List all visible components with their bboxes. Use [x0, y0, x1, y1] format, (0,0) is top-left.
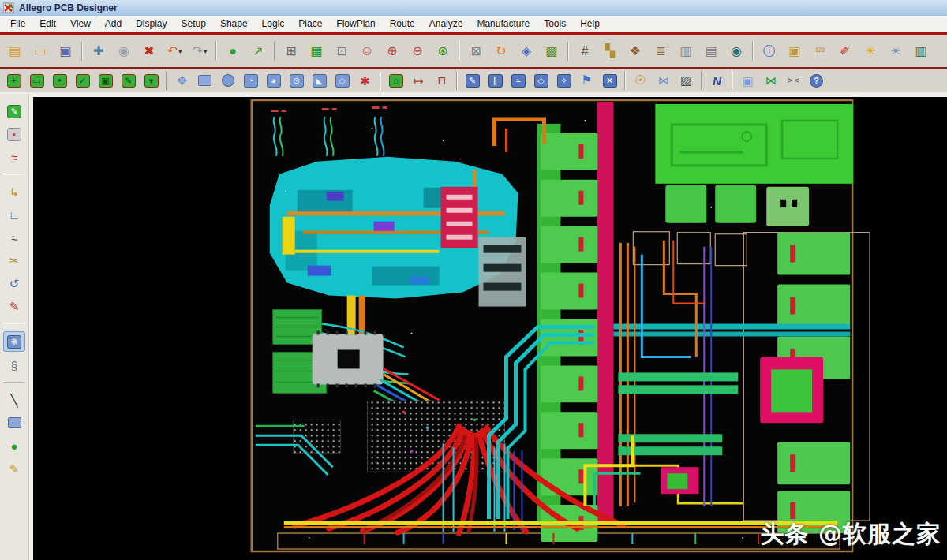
highlight-button[interactable]: ☀: [859, 41, 882, 62]
view-window-button[interactable]: ⊞: [279, 41, 303, 62]
new-file-button[interactable]: ▤: [3, 41, 27, 62]
menu-file[interactable]: File: [3, 18, 32, 29]
hook-button[interactable]: ↳: [4, 182, 24, 201]
add-chamfer-button[interactable]: ◣: [309, 72, 330, 90]
help-button[interactable]: ?: [806, 72, 827, 90]
undo-button[interactable]: ↶▾: [163, 41, 186, 62]
dropdown-caret-icon[interactable]: ▾: [204, 48, 207, 55]
menu-tools[interactable]: Tools: [537, 18, 573, 29]
waive-drc-button[interactable]: ▥: [909, 41, 933, 62]
placement-button[interactable]: ▪: [4, 125, 24, 144]
menu-manufacture[interactable]: Manufacture: [470, 18, 537, 29]
grid-button[interactable]: ▦: [305, 41, 328, 62]
flower-button[interactable]: ❋: [3, 331, 25, 352]
flag-button[interactable]: ⚑: [576, 72, 597, 90]
swoop-button[interactable]: ↺: [4, 274, 24, 293]
save-file-button[interactable]: ▣: [54, 41, 77, 62]
shape-add-button[interactable]: +: [3, 72, 24, 90]
menu-place[interactable]: Place: [291, 18, 329, 29]
menu-logic[interactable]: Logic: [255, 18, 292, 29]
grid-toggle-button[interactable]: #: [573, 41, 597, 62]
line-button[interactable]: ╲: [4, 390, 24, 409]
menu-route[interactable]: Route: [383, 18, 422, 29]
mark-edit-button[interactable]: ✎: [4, 297, 24, 315]
zoom-previous-button[interactable]: ⊠: [464, 41, 488, 62]
via-button[interactable]: ☉: [630, 72, 651, 90]
spacing-horizontal-button[interactable]: ↦: [408, 72, 429, 90]
menu-analyze[interactable]: Analyze: [422, 18, 470, 29]
info-button[interactable]: ⓘ: [758, 41, 781, 62]
zoom-fit-button[interactable]: ⊜: [355, 41, 379, 62]
design-canvas[interactable]: 头条 @软服之家: [29, 94, 947, 560]
zoom-points-button[interactable]: ⊡: [330, 41, 354, 62]
add-arc-ccw-button[interactable]: ◕: [263, 72, 284, 90]
shape-check-button[interactable]: ❖: [623, 41, 647, 62]
copy-model-button[interactable]: ▣: [737, 72, 758, 90]
add-polygon-button[interactable]: ❖: [171, 72, 193, 90]
open-folder-button[interactable]: ▭: [28, 41, 52, 62]
move-button[interactable]: ✚: [87, 41, 110, 62]
edit-corner-button[interactable]: ◇: [331, 72, 353, 90]
add-rect-button[interactable]: [194, 72, 215, 90]
net-schedule-button[interactable]: ✧: [553, 72, 575, 90]
etch-button[interactable]: ≈: [4, 147, 24, 166]
via-structure-button[interactable]: ✱: [354, 72, 376, 90]
wire-edit-button[interactable]: ∟: [4, 205, 24, 224]
edit-vertex-button[interactable]: ◇: [530, 72, 552, 90]
pin-button[interactable]: ↗: [246, 41, 270, 62]
mesh-button[interactable]: ▨: [676, 72, 697, 90]
zoom-in-button[interactable]: ⊕: [380, 41, 404, 62]
reports-button[interactable]: ▥: [674, 41, 698, 62]
menu-view[interactable]: View: [63, 18, 98, 29]
add-circle-button[interactable]: [217, 72, 238, 90]
shape-add-circle-button[interactable]: ●: [49, 72, 70, 90]
menu-edit[interactable]: Edit: [32, 18, 63, 29]
custom-smooth-button[interactable]: ≈: [507, 72, 529, 90]
probe-pencil-button[interactable]: ✎: [4, 459, 24, 478]
menu-help[interactable]: Help: [573, 18, 607, 29]
shape-select-button[interactable]: ✓: [72, 72, 93, 90]
shape-add-rect-button[interactable]: ▭: [26, 72, 47, 90]
add-arc-button[interactable]: ◔: [240, 72, 261, 90]
shape-delete-island-button[interactable]: ▾: [140, 72, 162, 90]
ratsnest-button[interactable]: N: [706, 72, 728, 90]
shape-void-button[interactable]: ▣: [95, 72, 116, 90]
probe-green-button[interactable]: ●: [4, 436, 24, 455]
delete-button[interactable]: ✖: [137, 41, 161, 62]
dehighlight-button[interactable]: ☀: [884, 41, 908, 62]
copy-button[interactable]: ◉: [112, 41, 136, 62]
artwork-button[interactable]: ≣: [649, 41, 672, 62]
zoom-out-button[interactable]: ⊖: [406, 41, 429, 62]
web-button[interactable]: ◉: [724, 41, 748, 62]
rectangle-button[interactable]: [4, 413, 24, 432]
video-button[interactable]: ⊳⊲: [783, 72, 804, 90]
spacing-vertical-button[interactable]: ⊓: [431, 72, 452, 90]
module-button[interactable]: ⌂: [385, 72, 406, 90]
fanout-button[interactable]: ⋈: [653, 72, 674, 90]
dropdown-caret-icon[interactable]: ▾: [178, 48, 182, 55]
shape-edit-boundary-button[interactable]: ✎: [118, 72, 139, 90]
balloon-button[interactable]: ●: [221, 41, 245, 62]
trace-button[interactable]: ≈: [4, 228, 24, 247]
cleanup-button[interactable]: ✐: [833, 41, 857, 62]
redraw-button[interactable]: ↻: [489, 41, 513, 62]
color-dialog-button[interactable]: ▩: [540, 41, 563, 62]
menu-display[interactable]: Display: [129, 18, 174, 29]
color-priority-button[interactable]: ▚: [598, 41, 622, 62]
delay-tune-button[interactable]: ✕: [599, 72, 620, 90]
measure-button[interactable]: ¹²³: [808, 41, 832, 62]
design-button[interactable]: ✎: [4, 102, 24, 121]
zoom-world-button[interactable]: ⊛: [431, 41, 455, 62]
properties-button[interactable]: ▣: [783, 41, 807, 62]
paths-button[interactable]: §: [4, 356, 24, 375]
view-3d-button[interactable]: ◈: [515, 41, 538, 62]
slide-button[interactable]: ∥: [485, 72, 506, 90]
redo-button[interactable]: ↷▾: [188, 41, 211, 62]
menu-setup[interactable]: Setup: [174, 18, 213, 29]
add-connect-button[interactable]: ✎: [462, 72, 483, 90]
tools-button[interactable]: ✂: [4, 251, 24, 270]
status-button[interactable]: ▤: [699, 41, 723, 62]
menu-add[interactable]: Add: [98, 18, 129, 29]
bowtie-button[interactable]: ⋈: [760, 72, 781, 90]
menu-shape[interactable]: Shape: [213, 18, 255, 29]
